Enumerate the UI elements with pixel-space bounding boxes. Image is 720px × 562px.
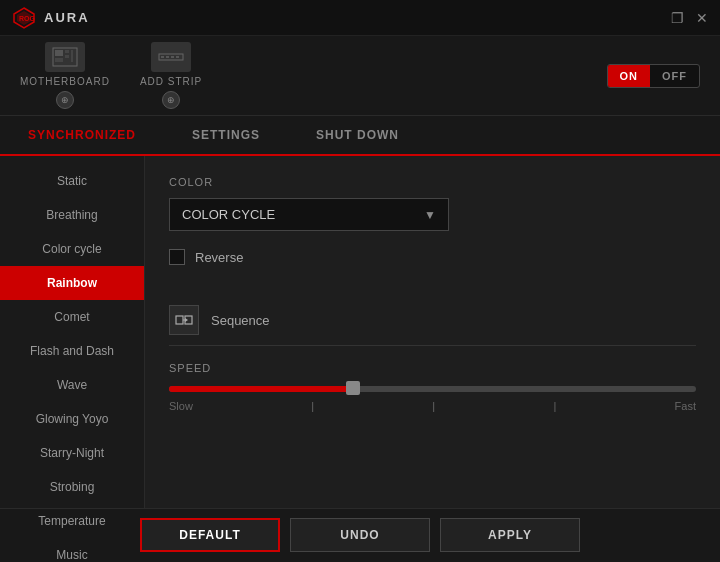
svg-rect-4 xyxy=(55,50,63,56)
sidebar-item-breathing[interactable]: Breathing xyxy=(0,198,144,232)
sidebar-item-static[interactable]: Static xyxy=(0,164,144,198)
device-add-strip[interactable]: ADD STRIP ⊕ xyxy=(140,42,202,109)
add-strip-icon xyxy=(151,42,191,72)
tabbar: SYNCHRONIZED SETTINGS SHUT DOWN xyxy=(0,116,720,156)
titlebar: ROG AURA ❐ ✕ xyxy=(0,0,720,36)
speed-section: SPEED Slow | | | Fast xyxy=(169,362,696,412)
color-dropdown[interactable]: COLOR CYCLE ▼ xyxy=(169,198,449,231)
svg-rect-8 xyxy=(71,50,73,62)
tab-settings[interactable]: SETTINGS xyxy=(164,116,288,156)
mb-svg xyxy=(51,46,79,68)
motherboard-badge: ⊕ xyxy=(56,91,74,109)
sidebar-item-music[interactable]: Music xyxy=(0,538,144,562)
content-area: COLOR COLOR CYCLE ▼ Reverse Sequence S xyxy=(145,156,720,508)
main-layout: Static Breathing Color cycle Rainbow Com… xyxy=(0,156,720,508)
motherboard-label: MOTHERBOARD xyxy=(20,76,110,87)
dropdown-arrow-icon: ▼ xyxy=(424,208,436,222)
sequence-icon[interactable] xyxy=(169,305,199,335)
svg-rect-13 xyxy=(176,56,179,58)
svg-marker-17 xyxy=(185,318,188,322)
strip-svg xyxy=(157,46,185,68)
undo-button[interactable]: UNDO xyxy=(290,518,430,552)
divider xyxy=(169,345,696,346)
reverse-row: Reverse xyxy=(169,249,696,265)
sidebar-item-flash-and-dash[interactable]: Flash and Dash xyxy=(0,334,144,368)
svg-rect-5 xyxy=(65,50,69,53)
fast-label: Fast xyxy=(675,400,696,412)
svg-rect-11 xyxy=(166,56,169,58)
sequence-label: Sequence xyxy=(211,313,270,328)
tick3: | xyxy=(553,400,556,412)
sidebar: Static Breathing Color cycle Rainbow Com… xyxy=(0,156,145,508)
toggle-on-label: ON xyxy=(608,65,651,87)
color-section-label: COLOR xyxy=(169,176,696,188)
sequence-svg xyxy=(175,311,193,329)
rog-icon: ROG xyxy=(12,6,36,30)
svg-rect-6 xyxy=(65,55,69,58)
toggle-off-label: OFF xyxy=(650,65,699,87)
sidebar-item-wave[interactable]: Wave xyxy=(0,368,144,402)
apply-button[interactable]: APPLY xyxy=(440,518,580,552)
app-title: AURA xyxy=(44,10,90,25)
add-strip-label: ADD STRIP xyxy=(140,76,202,87)
motherboard-icon xyxy=(45,42,85,72)
tick2: | xyxy=(432,400,435,412)
restore-button[interactable]: ❐ xyxy=(671,11,684,25)
default-button[interactable]: DEFAULT xyxy=(140,518,280,552)
device-motherboard[interactable]: MOTHERBOARD ⊕ xyxy=(20,42,110,109)
sidebar-item-temperature[interactable]: Temperature xyxy=(0,504,144,538)
sidebar-item-strobing[interactable]: Strobing xyxy=(0,470,144,504)
svg-text:ROG: ROG xyxy=(19,15,36,22)
sidebar-item-comet[interactable]: Comet xyxy=(0,300,144,334)
app-logo: ROG AURA xyxy=(12,6,90,30)
add-strip-badge: ⊕ xyxy=(162,91,180,109)
svg-rect-7 xyxy=(55,58,63,62)
slider-labels: Slow | | | Fast xyxy=(169,400,696,412)
svg-rect-10 xyxy=(161,56,164,58)
reverse-checkbox[interactable] xyxy=(169,249,185,265)
svg-rect-12 xyxy=(171,56,174,58)
speed-section-label: SPEED xyxy=(169,362,696,374)
tab-shutdown[interactable]: SHUT DOWN xyxy=(288,116,427,156)
sequence-row: Sequence xyxy=(169,305,696,335)
sidebar-item-color-cycle[interactable]: Color cycle xyxy=(0,232,144,266)
reverse-label: Reverse xyxy=(195,250,243,265)
sidebar-item-starry-night[interactable]: Starry-Night xyxy=(0,436,144,470)
sidebar-item-glowing-yoyo[interactable]: Glowing Yoyo xyxy=(0,402,144,436)
devicebar: MOTHERBOARD ⊕ ADD STRIP ⊕ ON OFF xyxy=(0,36,720,116)
speed-slider-container xyxy=(169,386,696,392)
power-toggle[interactable]: ON OFF xyxy=(607,64,701,88)
close-button[interactable]: ✕ xyxy=(696,11,708,25)
titlebar-controls: ❐ ✕ xyxy=(671,11,708,25)
svg-rect-14 xyxy=(176,316,183,324)
color-dropdown-value: COLOR CYCLE xyxy=(182,207,275,222)
tick1: | xyxy=(311,400,314,412)
slow-label: Slow xyxy=(169,400,193,412)
tab-synchronized[interactable]: SYNCHRONIZED xyxy=(0,116,164,156)
sidebar-item-rainbow[interactable]: Rainbow xyxy=(0,266,144,300)
